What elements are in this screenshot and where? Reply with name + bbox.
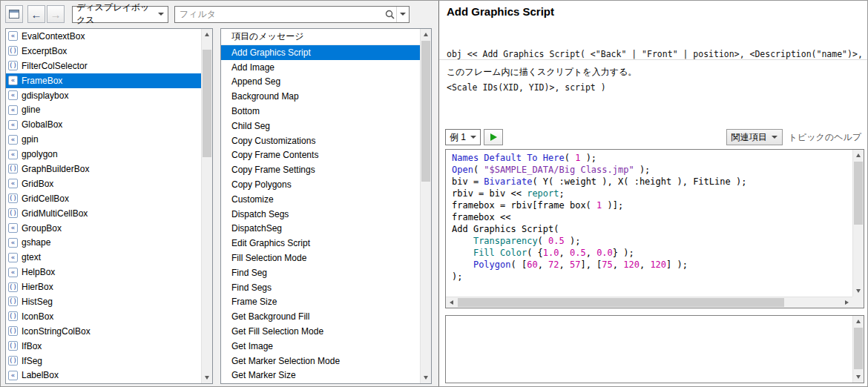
- message-list-item[interactable]: Find Seg: [221, 265, 420, 280]
- scroll-down-arrow-icon[interactable]: [421, 372, 431, 383]
- code-token: 75: [602, 259, 612, 270]
- category-dropdown[interactable]: ディスプレイボックス: [72, 6, 168, 23]
- displaybox-list-item-label: gtext: [22, 252, 41, 262]
- message-list-item[interactable]: Dispatch Segs: [221, 207, 420, 222]
- scroll-left-arrow-icon[interactable]: [446, 297, 457, 308]
- displaybox-list-item-label: gline: [22, 105, 40, 115]
- topic-help-button[interactable]: トピックのヘルプ: [786, 129, 864, 145]
- function-box-icon: (): [8, 311, 18, 321]
- message-list-item[interactable]: Copy Polygons: [221, 177, 420, 192]
- code-token: Add Graphics Script(: [452, 224, 559, 234]
- scrollbar-thumb[interactable]: [458, 298, 784, 307]
- displaybox-list-item[interactable]: «GridBox: [6, 176, 201, 191]
- code-vertical-scrollbar[interactable]: [852, 150, 864, 297]
- displaybox-list-item[interactable]: «HelpBox: [6, 265, 201, 280]
- code-token: 57: [570, 259, 580, 270]
- message-list-item[interactable]: Add Graphics Script: [221, 45, 420, 60]
- message-list-item[interactable]: Append Seg: [221, 75, 420, 90]
- related-items-button[interactable]: 関連項目: [726, 129, 783, 145]
- filter-dropdown-button[interactable]: [396, 7, 409, 22]
- scrollbar-thumb[interactable]: [421, 41, 430, 182]
- message-list-item[interactable]: Get Fill Selection Mode: [221, 324, 420, 339]
- message-list-item[interactable]: Customize: [221, 192, 420, 207]
- displaybox-scrollbar[interactable]: [201, 29, 212, 383]
- message-list-item[interactable]: Get Background Fill: [221, 309, 420, 324]
- displaybox-list-item[interactable]: «gdisplaybox: [6, 88, 201, 103]
- displaybox-list-item[interactable]: ()HistSeg: [6, 294, 201, 309]
- message-list-item[interactable]: Get Marker Selection Mode: [221, 354, 420, 368]
- window-button[interactable]: [5, 5, 23, 23]
- scroll-up-arrow-icon[interactable]: [202, 29, 212, 40]
- scroll-down-arrow-icon[interactable]: [853, 285, 864, 297]
- run-script-button[interactable]: [484, 129, 503, 145]
- message-list-item[interactable]: Find Segs: [221, 280, 420, 295]
- scroll-up-arrow-icon[interactable]: [853, 316, 864, 327]
- message-list-item[interactable]: Add Image: [221, 60, 420, 75]
- code-token: framebox <<: [452, 212, 510, 222]
- displaybox-list-item[interactable]: ()GridCellBox: [6, 191, 201, 206]
- displaybox-list-item[interactable]: ()IconStringColBox: [6, 324, 201, 339]
- detail-panel: Add Graphics Script obj << Add Graphics …: [438, 1, 868, 386]
- displaybox-list-item[interactable]: ()GraphBuilderBox: [6, 162, 201, 176]
- scroll-down-arrow-icon[interactable]: [853, 371, 864, 383]
- scrollbar-thumb[interactable]: [854, 162, 863, 225]
- log-scrollbar[interactable]: [852, 316, 864, 383]
- message-list-item[interactable]: DispatchSeg: [221, 222, 420, 236]
- message-list-item[interactable]: Bottom: [221, 104, 420, 119]
- code-token: Names Default To Here: [452, 153, 565, 163]
- code-token: 0.5: [548, 236, 565, 246]
- message-list-item[interactable]: Fill Selection Mode: [221, 251, 420, 265]
- displaybox-list-item[interactable]: «LabelBox: [6, 368, 201, 383]
- message-list-item[interactable]: Get Image: [221, 339, 420, 354]
- scrollbar-thumb[interactable]: [854, 328, 863, 369]
- displaybox-list-item[interactable]: ()FilterColSelector: [6, 59, 201, 73]
- back-button[interactable]: ←: [27, 5, 45, 23]
- example-selector[interactable]: 例 1: [445, 129, 481, 145]
- search-icon[interactable]: [383, 10, 396, 19]
- message-list-item[interactable]: Frame Size: [221, 295, 420, 310]
- scroll-up-arrow-icon[interactable]: [421, 29, 431, 40]
- chevron-down-icon: [400, 13, 406, 16]
- displaybox-list-item[interactable]: «GlobalBox: [6, 117, 201, 132]
- forward-button[interactable]: →: [47, 5, 65, 23]
- message-list-item[interactable]: Background Map: [221, 89, 420, 104]
- message-list-item-label: Edit Graphics Script: [231, 238, 310, 248]
- displaybox-list-item[interactable]: «GroupBox: [6, 221, 201, 236]
- message-list-item[interactable]: Edit Graphics Script: [221, 236, 420, 251]
- example-code[interactable]: Names Default To Here( 1 );Open( "$SAMPL…: [446, 150, 852, 297]
- chevron-down-icon: [470, 136, 476, 139]
- scroll-up-arrow-icon[interactable]: [853, 150, 864, 161]
- displaybox-list-item[interactable]: ()ExcerptBox: [6, 44, 201, 59]
- filter-input[interactable]: [175, 9, 383, 19]
- message-list-item-label: Background Map: [231, 91, 299, 102]
- displaybox-list-item[interactable]: «gpin: [6, 132, 201, 147]
- message-list-item[interactable]: Get Marker Size: [221, 368, 420, 383]
- message-list-item-label: Get Image: [231, 341, 273, 351]
- displaybox-list-item[interactable]: ()IconBox: [6, 309, 201, 324]
- code-horizontal-scrollbar[interactable]: [446, 297, 852, 308]
- displaybox-list-item[interactable]: «gshape: [6, 235, 201, 250]
- displaybox-list-item[interactable]: «gpolygon: [6, 147, 201, 162]
- message-list-item[interactable]: Child Seg: [221, 119, 420, 133]
- displaybox-list-item-label: GroupBox: [22, 223, 62, 234]
- displaybox-list-item[interactable]: ()IfSeg: [6, 354, 201, 368]
- displaybox-list-item-label: FilterColSelector: [22, 61, 88, 71]
- message-list-item[interactable]: Copy Customizations: [221, 133, 420, 148]
- message-list-item-label: Child Seg: [231, 121, 270, 131]
- displaybox-list-item[interactable]: «EvalContextBox: [6, 29, 201, 44]
- displaybox-list-item[interactable]: «gtext: [6, 250, 201, 265]
- displaybox-list-item[interactable]: «FrameBox: [6, 73, 201, 88]
- displaybox-list-item[interactable]: «gline: [6, 102, 201, 117]
- scrollbar-thumb[interactable]: [203, 50, 211, 157]
- displaybox-list-item[interactable]: ()GridMultiCellBox: [6, 206, 201, 221]
- code-token: ( [: [510, 259, 527, 270]
- code-line: );: [452, 271, 852, 282]
- message-scrollbar[interactable]: [420, 29, 431, 383]
- message-list-item[interactable]: Copy Frame Settings: [221, 162, 420, 177]
- scroll-down-arrow-icon[interactable]: [202, 372, 212, 383]
- function-box-icon: (): [8, 297, 18, 306]
- message-list-item[interactable]: Copy Frame Contents: [221, 148, 420, 163]
- displaybox-list-item[interactable]: ()IfBox: [6, 339, 201, 354]
- scroll-right-arrow-icon[interactable]: [841, 297, 852, 308]
- displaybox-list-item[interactable]: ()HierBox: [6, 280, 201, 294]
